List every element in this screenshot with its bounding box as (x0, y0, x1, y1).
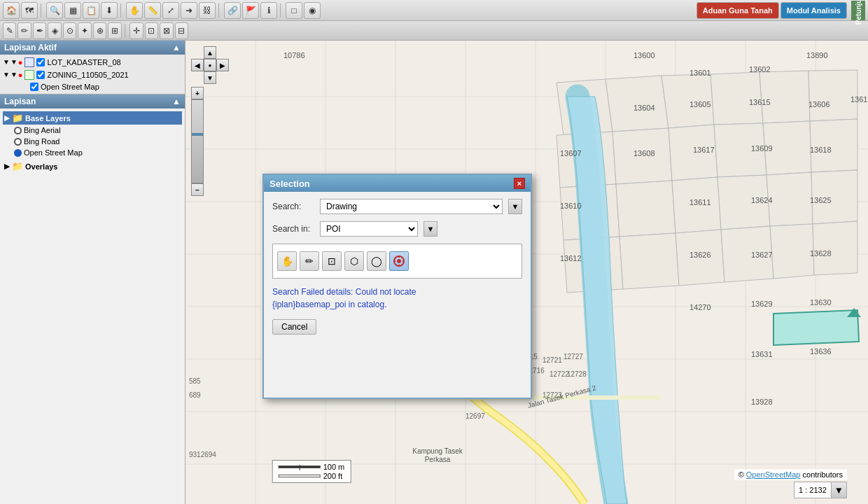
search-select-arrow[interactable]: ▼ (508, 199, 522, 214)
arrow-btn[interactable]: ➜ (181, 2, 197, 19)
nav-down[interactable]: ▼ (204, 71, 216, 84)
nav-right[interactable]: ▶ (216, 59, 229, 71)
zoning-layer-checkbox[interactable] (36, 71, 45, 79)
overlays-header[interactable]: ▶ 📁 Overlays (3, 160, 182, 173)
osm-link[interactable]: OpenStreetMap (746, 470, 801, 479)
svg-text:13604: 13604 (634, 104, 655, 112)
edit-copy[interactable]: ⊡ (145, 22, 158, 39)
select-rect-btn[interactable]: □ (286, 2, 302, 19)
edit-draw2[interactable]: ✏ (18, 22, 31, 39)
expand-btn[interactable]: ⤢ (162, 2, 179, 19)
base-layers-header[interactable]: ▶ 📁 Base Layers (3, 111, 182, 125)
svg-text:13607: 13607 (560, 149, 582, 158)
svg-text:13628: 13628 (810, 249, 832, 258)
svg-text:12727: 12727 (564, 353, 583, 360)
maplayer-btn[interactable]: 🗺 (21, 2, 38, 19)
edit-draw3[interactable]: ✒ (33, 22, 46, 39)
sep1 (41, 4, 43, 18)
lapisan-aktif-title: Lapisan Aktif (4, 43, 57, 52)
pan-btn[interactable]: ✋ (126, 2, 143, 19)
layer-icons-zoning: ▼ ▼ ● (3, 71, 22, 79)
info-btn[interactable]: ℹ (260, 2, 277, 19)
link-btn[interactable]: 🔗 (224, 2, 241, 19)
modul-analisis-btn[interactable]: Modul Analisis (780, 2, 847, 19)
selection-dialog: Selection × Search: Drawing Attribute ▼ … (262, 174, 532, 399)
edit-scale[interactable]: ⊟ (175, 22, 188, 39)
nav-center[interactable]: ● (204, 59, 216, 71)
bing-road-item[interactable]: Bing Road (3, 136, 182, 147)
folder-icon: 📁 (12, 113, 23, 123)
table-btn[interactable]: 📋 (83, 2, 99, 19)
svg-text:13625: 13625 (810, 196, 832, 204)
active-layers-list: ▼ ▼ ● LOT_KADASTER_08 ▼ ▼ ● ZONING_11050… (0, 55, 185, 94)
edit-draw1[interactable]: ✎ (3, 22, 16, 39)
svg-marker-31 (616, 181, 676, 237)
osm-layer-label: Open Street Map (41, 83, 99, 91)
svg-marker-41 (813, 221, 858, 275)
flag-btn[interactable]: 🚩 (242, 2, 259, 19)
target-select-btn[interactable] (389, 251, 409, 271)
search-in-arrow[interactable]: ▼ (424, 221, 438, 237)
svg-marker-37 (620, 233, 679, 289)
lot-layer-checkbox[interactable] (36, 58, 45, 66)
circle-select-tool-btn[interactable]: ◯ (367, 251, 386, 271)
dialog-close-btn[interactable]: × (514, 178, 525, 189)
second-toolbar: ✎ ✏ ✒ ◈ ⊙ ✦ ⊕ ⊞ ✛ ⊡ ⊠ ⊟ (0, 21, 868, 41)
nav-left[interactable]: ◀ (191, 59, 204, 71)
copyright-suffix: contributors (803, 470, 843, 479)
error-line2: {iplan}basemap_poi in catalog. (272, 300, 386, 309)
svg-text:13629: 13629 (751, 300, 773, 308)
base-layers-group: ▶ 📁 Base Layers Bing Aerial Bing Road Op… (3, 111, 182, 158)
osm-radio (14, 149, 22, 157)
bing-aerial-radio (14, 127, 22, 134)
sep3 (218, 4, 221, 18)
svg-text:13630: 13630 (810, 298, 832, 307)
rect-select-btn[interactable]: ⊡ (322, 251, 342, 271)
zoom-out-btn[interactable]: − (191, 183, 204, 196)
search-in-row: Search in: POI Layer ▼ (272, 221, 522, 237)
scale-100m: 100 m (323, 463, 345, 471)
svg-text:13624: 13624 (751, 196, 773, 204)
lapisan-aktif-collapse[interactable]: ▲ (172, 43, 181, 52)
pan-tool-btn[interactable]: ✋ (277, 251, 297, 271)
sep4 (280, 4, 283, 18)
lapisan-collapse[interactable]: ▲ (172, 97, 181, 106)
aduan-guna-tanah-btn[interactable]: Aduan Guna Tanah (696, 2, 779, 19)
chain-btn[interactable]: ⛓ (199, 2, 216, 19)
zoom-btn[interactable]: 🔍 (46, 2, 63, 19)
lapisan-title: Lapisan (4, 97, 36, 106)
active-layer-osm: Open Street Map (3, 81, 182, 92)
osm-label: Open Street Map (24, 148, 83, 157)
search-select[interactable]: Drawing Attribute (320, 199, 503, 214)
overlays-triangle: ▶ (4, 162, 10, 170)
polygon-select-btn[interactable]: ⬡ (344, 251, 364, 271)
edit-add[interactable]: ⊕ (93, 22, 106, 39)
svg-text:13626: 13626 (690, 251, 711, 259)
edit-star[interactable]: ✦ (78, 22, 91, 39)
nav-up[interactable]: ▲ (204, 46, 216, 59)
bing-aerial-item[interactable]: Bing Aerial (3, 125, 182, 136)
edit-zoom[interactable]: ⊠ (160, 22, 173, 39)
edit-move[interactable]: ✛ (130, 22, 143, 39)
osm-layer-checkbox[interactable] (30, 83, 38, 91)
grid-btn[interactable]: ▦ (64, 2, 81, 19)
zoom-in-btn[interactable]: + (191, 87, 204, 99)
measure-btn[interactable]: 📏 (144, 2, 161, 19)
circle-select-btn[interactable]: ◉ (304, 2, 321, 19)
svg-text:12722: 12722 (550, 370, 569, 378)
edit-grid[interactable]: ⊞ (108, 22, 121, 39)
download-btn[interactable]: ⬇ (101, 2, 118, 19)
freehand-tool-btn[interactable]: ✏ (300, 251, 319, 271)
svg-marker-43 (774, 310, 859, 345)
scale-dropdown-btn[interactable]: ▼ (831, 482, 846, 498)
map-area[interactable]: 10786 13600 13601 13602 13890 13604 1360… (186, 41, 868, 504)
edit-node[interactable]: ◈ (48, 22, 61, 39)
svg-text:12721: 12721 (542, 356, 562, 364)
cancel-btn[interactable]: Cancel (272, 319, 316, 335)
home-btn[interactable]: 🏠 (3, 2, 20, 19)
osm-item[interactable]: Open Street Map (3, 147, 182, 158)
dialog-title: Selection (270, 178, 310, 189)
edit-circle[interactable]: ⊙ (63, 22, 76, 39)
search-in-select[interactable]: POI Layer (320, 221, 418, 237)
petunjuk-panel[interactable]: Petunjuk (851, 1, 865, 20)
